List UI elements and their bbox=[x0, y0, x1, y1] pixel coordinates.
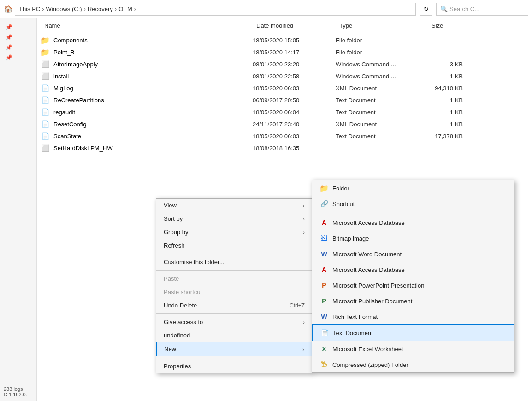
xml-icon: 📄 bbox=[41, 119, 50, 129]
txt-doc-icon: 📄 bbox=[321, 329, 329, 336]
file-list: 📁 Components 18/05/2020 15:05 File folde… bbox=[37, 32, 532, 154]
context-menu-item-undo-delete[interactable]: Undo Delete Ctrl+Z bbox=[156, 299, 312, 312]
file-type: Windows Command ... bbox=[332, 61, 424, 68]
search-icon: 🔍 bbox=[440, 6, 448, 12]
folder-icon: 📁 bbox=[41, 35, 50, 45]
submenu-item-sub-access2[interactable]: A Microsoft Access Database bbox=[312, 262, 514, 277]
shortcut-icon: 🔗 bbox=[320, 200, 328, 207]
context-menu-item-refresh[interactable]: Refresh bbox=[156, 239, 312, 252]
submenu-item-sub-rtf[interactable]: W Rich Text Format bbox=[312, 309, 514, 324]
breadcrumb-windows-c[interactable]: Windows (C:) bbox=[46, 6, 82, 12]
arrow-icon: › bbox=[302, 347, 304, 352]
submenu-item-label: Microsoft Excel Worksheet bbox=[332, 346, 403, 353]
access2-icon: A bbox=[322, 266, 326, 273]
table-row[interactable]: 📄 ReCreatePartitions 06/09/2017 20:50 Te… bbox=[37, 94, 532, 106]
arrow-icon: › bbox=[303, 203, 305, 208]
shortcut-label: Ctrl+Z bbox=[290, 302, 305, 309]
submenu-item-label: Compressed (zipped) Folder bbox=[332, 361, 408, 368]
pin-icon-4: 📌 bbox=[6, 54, 12, 61]
file-date: 18/05/2020 15:05 bbox=[249, 37, 332, 44]
menu-item-label: New bbox=[164, 346, 176, 353]
table-row[interactable]: 📄 ScanState 18/05/2020 06:03 Text Docume… bbox=[37, 130, 532, 142]
file-type: File folder bbox=[332, 37, 424, 44]
sidebar-pin-2[interactable]: 📌 bbox=[0, 32, 36, 42]
sidebar-pin-1[interactable]: 📌 bbox=[0, 22, 36, 32]
submenu-item-label: Text Document bbox=[333, 330, 373, 336]
access-icon: A bbox=[322, 219, 326, 226]
table-row[interactable]: 📄 ResetConfig 24/11/2017 23:40 XML Docum… bbox=[37, 118, 532, 130]
file-type: XML Document bbox=[332, 121, 424, 128]
table-row[interactable]: ⬜ AfterImageApply 08/01/2020 23:20 Windo… bbox=[37, 58, 532, 70]
file-name: Point_B bbox=[53, 49, 75, 56]
breadcrumb[interactable]: This PC › Windows (C:) › Recovery › OEM … bbox=[15, 3, 416, 16]
breadcrumb-oem[interactable]: OEM bbox=[118, 6, 132, 12]
submenu-item-sub-zip[interactable]: 🗜 Compressed (zipped) Folder bbox=[312, 357, 514, 372]
file-size: 1 KB bbox=[424, 109, 470, 116]
submenu-item-sub-shortcut[interactable]: 🔗 Shortcut bbox=[312, 196, 514, 212]
submenu-item-sub-access1[interactable]: A Microsoft Access Database bbox=[312, 215, 514, 230]
ppt-icon: P bbox=[322, 282, 326, 289]
file-name: ScanState bbox=[53, 133, 81, 140]
submenu-item-sub-txt[interactable]: 📄 Text Document bbox=[312, 324, 514, 341]
file-type: XML Document bbox=[332, 85, 424, 92]
context-menu-item-undefined[interactable]: undefined bbox=[156, 329, 312, 342]
context-menu-item-give-access[interactable]: Give access to › bbox=[156, 315, 312, 329]
menu-item-label: Undo Delete bbox=[164, 302, 197, 309]
col-name[interactable]: Name bbox=[37, 22, 249, 29]
submenu-item-sub-bitmap[interactable]: 🖼 Bitmap image bbox=[312, 230, 514, 246]
context-menu-item-new[interactable]: New › bbox=[156, 342, 312, 356]
context-menu-item-sort-by[interactable]: Sort by › bbox=[156, 212, 312, 225]
menu-item-label: Sort by bbox=[164, 215, 183, 222]
sidebar-pin-4[interactable]: 📌 bbox=[0, 53, 36, 63]
menu-item-label: View bbox=[164, 202, 177, 209]
table-row[interactable]: 📄 MigLog 18/05/2020 06:03 XML Document 9… bbox=[37, 82, 532, 94]
pin-icon-2: 📌 bbox=[6, 34, 12, 41]
word-icon: W bbox=[321, 250, 327, 258]
submenu-item-sub-pub[interactable]: P Microsoft Publisher Document bbox=[312, 293, 514, 309]
submenu-item-label: Folder bbox=[332, 185, 349, 192]
refresh-button[interactable]: ↻ bbox=[420, 3, 432, 16]
breadcrumb-recovery[interactable]: Recovery bbox=[88, 6, 113, 12]
menu-separator bbox=[156, 270, 312, 271]
context-menu-item-customise[interactable]: Customise this folder... bbox=[156, 255, 312, 269]
col-type[interactable]: Type bbox=[332, 22, 424, 29]
file-size: 94,310 KB bbox=[424, 85, 470, 92]
context-menu-item-view[interactable]: View › bbox=[156, 199, 312, 212]
search-bar[interactable]: 🔍 Search C... bbox=[436, 3, 528, 16]
file-name: Components bbox=[53, 37, 88, 44]
submenu-item-sub-word[interactable]: W Microsoft Word Document bbox=[312, 246, 514, 262]
table-row[interactable]: 📁 Point_B 18/05/2020 14:17 File folder bbox=[37, 46, 532, 58]
submenu-item-sub-folder[interactable]: 📁 Folder bbox=[312, 180, 514, 196]
folder-icon: 📁 bbox=[41, 47, 50, 57]
context-menu-item-properties[interactable]: Properties bbox=[156, 360, 312, 373]
file-size: 3 KB bbox=[424, 61, 470, 68]
table-row[interactable]: ⬜ SetHardDiskLPM_HW 18/08/2018 16:35 bbox=[37, 142, 532, 154]
file-type: Text Document bbox=[332, 133, 424, 140]
menu-item-label: Refresh bbox=[164, 242, 185, 249]
breadcrumb-this-pc[interactable]: This PC bbox=[19, 6, 40, 12]
submenu-item-sub-ppt[interactable]: P Microsoft PowerPoint Presentation bbox=[312, 277, 514, 293]
submenu-item-label: Shortcut bbox=[332, 200, 355, 207]
table-row[interactable]: ⬜ install 08/01/2020 22:58 Windows Comma… bbox=[37, 70, 532, 82]
file-size: 17,378 KB bbox=[424, 133, 470, 140]
col-date[interactable]: Date modified bbox=[249, 22, 332, 29]
txt-icon: 📄 bbox=[41, 95, 50, 105]
pin-icon-3: 📌 bbox=[6, 44, 12, 51]
file-name: ResetConfig bbox=[53, 121, 87, 128]
column-headers: Name Date modified Type Size bbox=[37, 18, 532, 32]
col-size[interactable]: Size bbox=[424, 22, 470, 29]
sidebar-pin-3[interactable]: 📌 bbox=[0, 42, 36, 53]
table-row[interactable]: 📄 regaudit 18/05/2020 06:04 Text Documen… bbox=[37, 106, 532, 118]
home-icon[interactable]: 🏠 bbox=[4, 5, 13, 13]
cmd-icon: ⬜ bbox=[41, 71, 50, 81]
menu-item-label: undefined bbox=[164, 332, 190, 339]
file-name: regaudit bbox=[53, 109, 75, 116]
context-menu-item-group-by[interactable]: Group by › bbox=[156, 225, 312, 239]
file-name: SetHardDiskLPM_HW bbox=[53, 145, 113, 152]
table-row[interactable]: 📁 Components 18/05/2020 15:05 File folde… bbox=[37, 34, 532, 46]
arrow-icon: › bbox=[303, 216, 305, 222]
submenu-item-label: Microsoft Publisher Document bbox=[332, 298, 412, 305]
submenu-item-sub-excel[interactable]: X Microsoft Excel Worksheet bbox=[312, 341, 514, 357]
menu-separator bbox=[156, 358, 312, 358]
menu-item-label: Properties bbox=[164, 363, 191, 370]
